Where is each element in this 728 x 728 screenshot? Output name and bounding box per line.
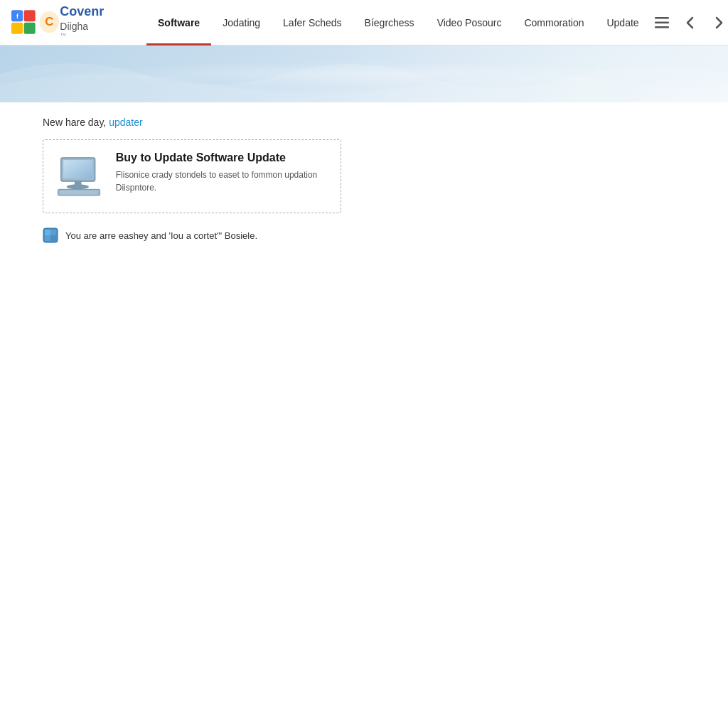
svg-point-14 <box>67 184 89 189</box>
nav-item-video-posourc[interactable]: Video Posourc <box>426 0 513 46</box>
svg-rect-12 <box>63 160 92 178</box>
back-icon[interactable] <box>679 11 702 34</box>
svg-rect-9 <box>655 26 669 28</box>
svg-text:C: C <box>45 15 53 28</box>
greeting-text: New hare day, <box>43 117 106 128</box>
brand-icon: C <box>38 6 60 38</box>
svg-rect-19 <box>50 230 56 235</box>
nav-icons <box>651 11 728 34</box>
nav-item-update[interactable]: Update <box>595 0 650 46</box>
svg-rect-21 <box>50 235 56 241</box>
update-card: Buy to Update Software Update Flisonice … <box>43 139 341 213</box>
nav-item-commoration[interactable]: Commoration <box>513 0 595 46</box>
svg-rect-1 <box>24 11 36 22</box>
logo-icon: f <box>11 6 36 38</box>
info-icon <box>43 228 58 243</box>
card-title: Buy to Update Software Update <box>116 151 329 164</box>
svg-rect-18 <box>45 230 50 235</box>
logo-area[interactable]: f C Covenr Diigha ™ <box>11 5 118 40</box>
card-body: Buy to Update Software Update Flisonice … <box>116 151 329 194</box>
nav-item-lafer-scheds[interactable]: Lafer Scheds <box>272 0 353 46</box>
info-text: You are arre eashey and 'Iou a cortet'" … <box>65 230 257 241</box>
info-row: You are arre eashey and 'Iou a cortet'" … <box>43 228 685 243</box>
greeting-link[interactable]: updater <box>109 117 142 128</box>
nav-item-software[interactable]: Software <box>146 0 211 46</box>
nav-item-jodating[interactable]: Jodating <box>211 0 272 46</box>
brand-name: Covenr Diigha <box>60 5 118 33</box>
svg-text:f: f <box>16 13 18 20</box>
svg-rect-7 <box>655 17 669 19</box>
forward-icon[interactable] <box>707 11 728 34</box>
svg-rect-20 <box>45 235 50 241</box>
brand-tagline: ™ <box>60 33 118 40</box>
menu-icon[interactable] <box>651 11 673 34</box>
main-content: New hare day, updater Buy to <box>0 102 728 257</box>
main-nav: Software Jodating Lafer Scheds Bíegrches… <box>146 0 651 46</box>
svg-rect-2 <box>11 23 23 34</box>
header: f C Covenr Diigha ™ Software Jodating La… <box>0 0 728 46</box>
nav-item-biegrchess[interactable]: Bíegrchess <box>353 0 426 46</box>
greeting: New hare day, updater <box>43 117 685 128</box>
svg-rect-16 <box>60 191 97 194</box>
svg-rect-3 <box>24 23 36 34</box>
svg-rect-8 <box>655 21 669 23</box>
hero-banner <box>0 46 728 102</box>
computer-icon <box>55 151 105 201</box>
card-description: Flisonice crady stondels to easet to fom… <box>116 168 329 194</box>
brand-text: Covenr Diigha ™ <box>60 5 118 40</box>
